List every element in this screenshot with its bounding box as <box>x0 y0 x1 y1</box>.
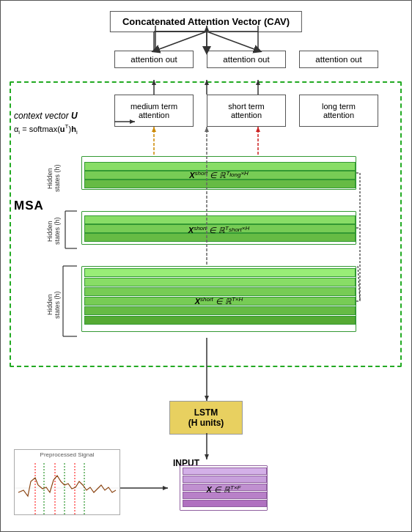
short-term-attn: short term attention <box>207 95 286 127</box>
signal-title: Preprocessed Signal <box>15 450 119 458</box>
svg-line-10 <box>207 32 258 51</box>
input-matrix: X ∈ ℝT×F <box>180 464 268 515</box>
signal-box: Preprocessed Signal <box>14 449 120 515</box>
svg-marker-35 <box>205 454 209 459</box>
hs-block-top: Xshort ∈ ℝTlong×H <box>81 155 356 195</box>
hs-mid-formula: Xshort ∈ ℝTshort×H <box>188 224 249 235</box>
attn-out-box-3: attention out <box>299 51 378 68</box>
hs-block-mid: Xshort ∈ ℝTshort×H <box>81 210 356 250</box>
attn-modules-row: medium term attention short term attenti… <box>114 95 378 127</box>
context-line1: context vector U <box>14 109 78 122</box>
long-term-attn: long term attention <box>299 95 378 127</box>
svg-marker-37 <box>163 486 168 490</box>
cav-label: Concatenated Attention Vector (CAV) <box>122 16 290 27</box>
lstm-label: LSTM(H units) <box>183 407 229 428</box>
medium-term-attn: medium term attention <box>114 95 194 127</box>
hs-block-bot: Xshort ∈ ℝT×H <box>81 265 356 338</box>
context-line2: αi = softmax(uT)hi <box>14 122 78 137</box>
svg-line-8 <box>155 32 207 51</box>
lstm-box: LSTM(H units) <box>169 401 243 435</box>
svg-rect-0 <box>15 459 119 515</box>
cav-box: Concatenated Attention Vector (CAV) <box>110 11 302 32</box>
svg-marker-33 <box>205 396 209 401</box>
attn-out-box-1: attention out <box>114 51 194 68</box>
hs-top-formula: Xshort ∈ ℝTlong×H <box>189 169 249 180</box>
attn-out-row: attention out attention out attention ou… <box>114 51 378 68</box>
context-vector-text: context vector U αi = softmax(uT)hi <box>14 109 78 137</box>
main-container: Concatenated Attention Vector (CAV) atte… <box>0 0 412 532</box>
hs-bot-formula: Xshort ∈ ℝT×H <box>195 296 243 307</box>
attn-out-box-2: attention out <box>207 51 286 68</box>
msa-label: MSA <box>14 199 44 213</box>
